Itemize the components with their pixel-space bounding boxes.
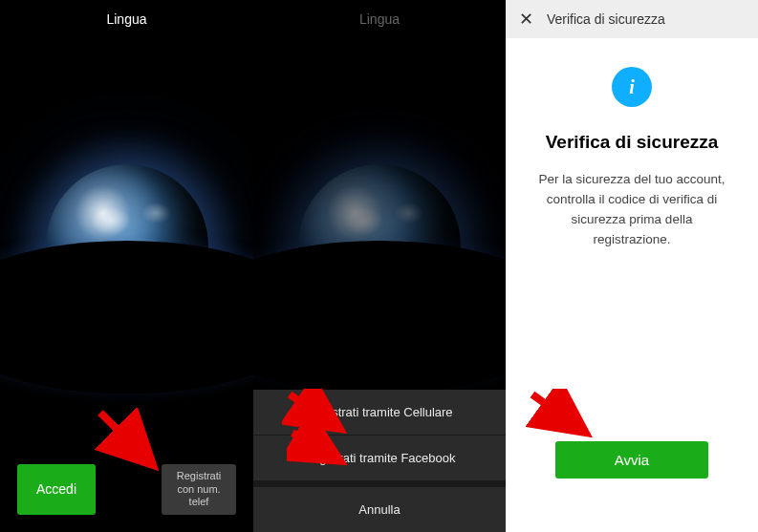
cancel-option[interactable]: Annulla (253, 481, 506, 532)
earth-globe (298, 164, 461, 327)
register-phone-button[interactable]: Registrati con num. telef (162, 464, 236, 515)
verification-header: ✕ Verifica di sicurezza (506, 0, 758, 38)
header-title: Verifica di sicurezza (547, 11, 665, 27)
tutorial-arrow-icon (525, 389, 596, 441)
register-action-sheet: Registrati tramite Cellulare Registrati … (253, 390, 506, 532)
register-facebook-option[interactable]: Registrati tramite Facebook (253, 436, 506, 481)
silhouette-figure (375, 313, 384, 336)
register-mobile-option[interactable]: Registrati tramite Cellulare (253, 390, 506, 436)
verification-title: Verifica di sicurezza (529, 132, 735, 153)
language-header[interactable]: Lingua (253, 0, 506, 38)
horizon-curve (253, 241, 506, 394)
language-header[interactable]: Lingua (0, 0, 253, 38)
screen-login: Lingua Accedi Registrati con num. telef (0, 0, 253, 532)
screen-security-verification: ✕ Verifica di sicurezza i Verifica di si… (506, 0, 758, 532)
close-icon[interactable]: ✕ (515, 7, 537, 32)
info-icon: i (612, 67, 652, 107)
screen-register-options: Lingua Registrati tramite Cellulare Regi… (253, 0, 506, 532)
earth-background (0, 38, 253, 532)
login-button[interactable]: Accedi (17, 464, 96, 515)
start-button[interactable]: Avvia (555, 441, 708, 479)
verification-description: Per la sicurezza del tuo account, contro… (529, 170, 735, 250)
horizon-curve (0, 241, 253, 394)
